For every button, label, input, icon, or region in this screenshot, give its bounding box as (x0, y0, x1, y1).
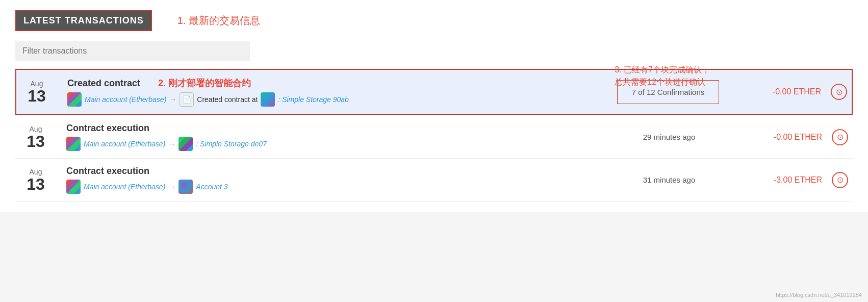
tx-status: 29 minutes ago (593, 133, 746, 141)
tx-amount: -3.00 ETHER (746, 175, 827, 185)
table-row: Aug 13 Created contract 2. 刚才部署的智能合约 Mai… (15, 69, 853, 115)
tx-detail: Main account (Etherbase) → 📄 Created con… (67, 92, 592, 107)
tx-info: Contract execution Main account (Etherba… (66, 166, 593, 194)
tx-action: ⊙ (827, 172, 853, 188)
to-contract-link[interactable]: : Simple Storage 90ab (278, 95, 349, 104)
created-contract-label: Created contract at (197, 95, 258, 104)
to-avatar (178, 180, 193, 194)
tx-detail: Main account (Etherbase) → Account 3 (66, 180, 593, 194)
tx-detail-button[interactable]: ⊙ (832, 129, 848, 145)
from-account-link[interactable]: Main account (Etherbase) (84, 140, 165, 148)
watermark: https://blog.csdn.net/u_341019284 (776, 292, 862, 298)
tx-status: 31 minutes ago (593, 175, 746, 184)
tx-type: Contract execution (66, 123, 593, 134)
tx-action: ⊙ (826, 84, 852, 100)
tx-date: Aug 13 (16, 80, 57, 104)
from-account-link[interactable]: Main account (Etherbase) (84, 183, 165, 191)
tx-day: 13 (15, 133, 56, 149)
to-account-link[interactable]: Account 3 (196, 183, 227, 191)
page-title: LATEST TRANSACTIONS (15, 10, 152, 31)
arrow-icon: → (168, 183, 175, 191)
time-ago: 31 minutes ago (643, 175, 696, 184)
transactions-list: 3. 已经有7个块完成确认， 总共需要12个块进行确认 Aug 13 Creat… (15, 69, 853, 202)
tx-info: Created contract 2. 刚才部署的智能合约 Main accou… (67, 77, 592, 107)
tx-row-container-1: 3. 已经有7个块完成确认， 总共需要12个块进行确认 Aug 13 Creat… (15, 69, 853, 115)
from-account-link[interactable]: Main account (Etherbase) (85, 95, 166, 104)
from-avatar (66, 137, 81, 151)
tx-day: 13 (15, 176, 56, 192)
to-avatar (178, 137, 193, 151)
contract-icon: 📄 (180, 92, 194, 107)
tx-amount: -0.00 ETHER (745, 87, 826, 96)
annotation-3: 3. 已经有7个块完成确认， 总共需要12个块进行确认 (615, 64, 710, 88)
filter-input[interactable] (15, 41, 250, 61)
annotation-1-label: 1. 最新的交易信息 (177, 14, 260, 28)
tx-date: Aug 13 (15, 168, 56, 192)
tx-detail-button[interactable]: ⊙ (831, 84, 847, 100)
annotation-2-label: 2. 刚才部署的智能合约 (158, 78, 251, 88)
time-ago: 29 minutes ago (643, 133, 696, 141)
tx-info: Contract execution Main account (Etherba… (66, 123, 593, 151)
arrow-icon: → (169, 95, 176, 104)
contract-avatar (261, 92, 275, 107)
tx-type: Created contract 2. 刚才部署的智能合约 (67, 77, 592, 89)
tx-day: 13 (16, 88, 57, 104)
table-row: Aug 13 Contract execution Main account (… (15, 159, 853, 202)
from-avatar (67, 92, 82, 107)
from-avatar (66, 180, 81, 194)
table-row: Aug 13 Contract execution Main account (… (15, 116, 853, 159)
to-contract-link[interactable]: : Simple Storage de07 (196, 140, 267, 148)
tx-action: ⊙ (827, 129, 853, 145)
tx-type: Contract execution (66, 166, 593, 177)
arrow-icon: → (168, 140, 175, 148)
tx-detail: Main account (Etherbase) → : Simple Stor… (66, 137, 593, 151)
tx-date: Aug 13 (15, 125, 56, 149)
tx-amount: -0.00 ETHER (746, 133, 827, 142)
tx-detail-button[interactable]: ⊙ (832, 172, 848, 188)
